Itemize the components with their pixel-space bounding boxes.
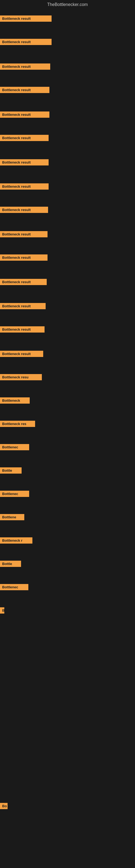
bottleneck-result-item: Bottleneck result	[0, 159, 49, 165]
bottleneck-result-item: Bottleneck result	[0, 135, 49, 141]
bottleneck-result-item: Bottleneck result	[0, 279, 47, 285]
bottleneck-result-item: Bottleneck result	[0, 326, 45, 333]
bottleneck-result-item: Bottleneck result	[0, 87, 49, 93]
bottleneck-result-item: Bottle	[0, 561, 21, 567]
bottleneck-result-item: Bottleneck result	[0, 351, 43, 357]
bottleneck-result-item: Bottleneck result	[0, 207, 48, 213]
bottleneck-result-item: Bottleneck r	[0, 537, 32, 544]
bottleneck-result-item: B	[0, 607, 4, 614]
bottleneck-result-item: Bottleneck result	[0, 231, 48, 237]
bottleneck-result-item: Bottleneck result	[0, 16, 52, 22]
bottleneck-result-item: Bottleneck res	[0, 421, 35, 427]
bottleneck-result-item: Bottleneck result	[0, 303, 46, 309]
bottleneck-result-item: Bottleneck result	[0, 63, 50, 70]
bottleneck-result-item: Bottlenec	[0, 491, 29, 497]
bottleneck-result-item: Bottlene	[0, 514, 24, 520]
bottleneck-result-item: Bottle	[0, 467, 21, 474]
bottleneck-result-item: Bottleneck result	[0, 254, 48, 261]
bottleneck-result-item: Bottlenec	[0, 444, 29, 450]
bottleneck-result-item: Bottleneck result	[0, 39, 52, 45]
bottleneck-result-item: Bottleneck	[0, 397, 30, 404]
bottleneck-result-item: Bottleneck result	[0, 183, 49, 190]
bottleneck-result-item: Bottleneck resu	[0, 374, 42, 380]
bottleneck-result-item: Bo	[0, 803, 8, 809]
site-title: TheBottlenecker.com	[0, 0, 135, 8]
bottleneck-result-item: Bottlenec	[0, 584, 28, 590]
bottleneck-result-item: Bottleneck result	[0, 112, 49, 118]
